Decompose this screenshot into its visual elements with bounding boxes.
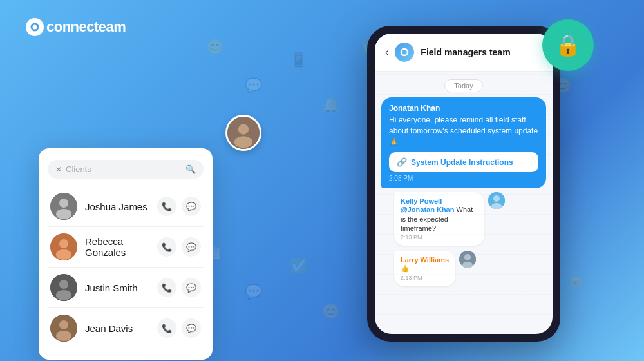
clear-search-button[interactable]: ✕ xyxy=(55,165,62,174)
link-text: System Update Instructions xyxy=(411,158,513,167)
link-icon: 🔗 xyxy=(397,157,407,167)
contact-actions-justin: 📞 💬 xyxy=(157,278,201,297)
contact-name-rebecca: Rebecca Gonzales xyxy=(85,236,149,258)
svg-point-15 xyxy=(234,136,253,148)
message-button-jean[interactable]: 💬 xyxy=(182,318,201,338)
logo-icon xyxy=(26,18,44,36)
msg-time-jonatan: 2:08 PM xyxy=(389,175,538,182)
mention-jonatan: @Jonatan Khan xyxy=(401,206,454,213)
contact-name-joshua: Joshua James xyxy=(85,201,149,212)
phone-mockup: ‹ Field managers team Today Jonatan Khan… xyxy=(367,26,560,342)
svg-point-11 xyxy=(59,320,68,329)
call-button-rebecca[interactable]: 📞 xyxy=(157,237,176,257)
phone-header: ‹ Field managers team xyxy=(375,34,553,72)
logo: connecteam xyxy=(26,18,126,36)
search-label: Clients xyxy=(66,164,185,174)
msg-text-kelly: @Jonatan Khan What is the expected timef… xyxy=(401,205,478,233)
message-jonatan: Jonatan Khan Hi everyone, please remind … xyxy=(381,97,546,188)
contact-name-jean: Jean Davis xyxy=(85,323,149,334)
phone-screen: ‹ Field managers team Today Jonatan Khan… xyxy=(375,34,553,334)
message-kelly: Kelly Powell @Jonatan Khan What is the e… xyxy=(394,192,484,246)
msg-text-larry: 👍 xyxy=(401,264,449,273)
call-button-joshua[interactable]: 📞 xyxy=(157,197,176,216)
message-button-justin[interactable]: 💬 xyxy=(182,278,201,297)
message-button-joshua[interactable]: 💬 xyxy=(182,197,201,216)
today-label: Today xyxy=(444,79,482,92)
msg-time-larry: 2:13 PM xyxy=(401,275,449,281)
today-badge: Today xyxy=(381,79,546,91)
back-button[interactable]: ‹ xyxy=(385,46,388,58)
lock-icon: 🔒 xyxy=(555,33,581,57)
avatar-larry xyxy=(459,251,476,268)
svg-point-6 xyxy=(56,249,71,260)
avatar-kelly xyxy=(488,192,505,209)
team-name: Field managers team xyxy=(421,47,510,57)
chat-body: Today Jonatan Khan Hi everyone, please r… xyxy=(375,72,553,334)
message-larry-wrap: Larry Williams 👍 2:13 PM xyxy=(381,251,546,286)
svg-point-2 xyxy=(59,199,68,208)
contact-item-justin[interactable]: Justin Smith 📞 💬 xyxy=(48,268,204,308)
svg-point-16 xyxy=(401,49,408,55)
contact-item-joshua[interactable]: Joshua James 📞 💬 xyxy=(48,186,204,227)
call-button-jean[interactable]: 📞 xyxy=(157,318,176,338)
message-button-rebecca[interactable]: 💬 xyxy=(182,237,201,257)
svg-point-0 xyxy=(32,24,38,30)
svg-point-5 xyxy=(59,239,68,248)
message-larry: Larry Williams 👍 2:13 PM xyxy=(394,251,455,286)
svg-point-9 xyxy=(56,290,71,300)
svg-point-12 xyxy=(56,331,71,341)
logo-text: connecteam xyxy=(46,19,126,35)
avatar-jean xyxy=(50,315,77,342)
svg-point-8 xyxy=(59,280,68,289)
contact-name-justin: Justin Smith xyxy=(85,282,149,293)
msg-link-button[interactable]: 🔗 System Update Instructions xyxy=(389,152,538,172)
svg-point-21 xyxy=(464,254,471,260)
avatar-joshua xyxy=(50,193,77,220)
contact-item-jean[interactable]: Jean Davis 📞 💬 xyxy=(48,308,204,348)
msg-text-jonatan: Hi everyone, please remind all field sta… xyxy=(389,115,538,147)
team-avatar xyxy=(395,43,414,62)
msg-sender-larry: Larry Williams xyxy=(401,256,449,264)
lock-badge: 🔒 xyxy=(542,19,594,71)
contact-list-card: ✕ Clients 🔍 Joshua James 📞 💬 Rebecca Gon… xyxy=(39,148,213,360)
msg-sender-kelly: Kelly Powell xyxy=(401,197,478,205)
search-bar[interactable]: ✕ Clients 🔍 xyxy=(48,160,204,179)
msg-sender-jonatan: Jonatan Khan xyxy=(389,104,538,113)
svg-point-14 xyxy=(238,124,249,135)
contact-item-rebecca[interactable]: Rebecca Gonzales 📞 💬 xyxy=(48,227,204,268)
svg-point-3 xyxy=(56,209,71,219)
msg-time-kelly: 2:13 PM xyxy=(401,234,478,240)
avatar-justin xyxy=(50,274,77,301)
contact-actions-rebecca: 📞 💬 xyxy=(157,237,201,257)
search-icon[interactable]: 🔍 xyxy=(185,164,196,174)
avatar-rebecca xyxy=(50,233,77,260)
contact-actions-jean: 📞 💬 xyxy=(157,318,201,338)
message-kelly-wrap: Kelly Powell @Jonatan Khan What is the e… xyxy=(381,192,546,246)
svg-point-18 xyxy=(493,195,500,202)
avatar-jonatan xyxy=(225,115,261,151)
call-button-justin[interactable]: 📞 xyxy=(157,278,176,297)
contact-actions-joshua: 📞 💬 xyxy=(157,197,201,216)
